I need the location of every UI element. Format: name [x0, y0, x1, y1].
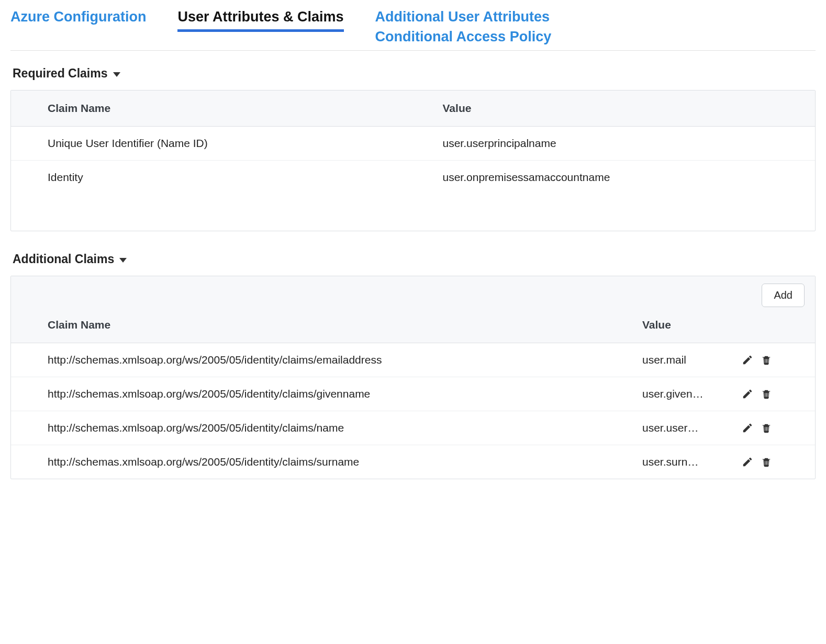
table-row: http://schemas.xmlsoap.org/ws/2005/05/id… [11, 343, 815, 377]
claim-value-cell: user.mail [642, 354, 686, 366]
additional-col-actions [742, 307, 815, 343]
edit-icon[interactable] [742, 354, 753, 366]
required-claims-table: Claim Name Value Unique User Identifier … [11, 91, 815, 231]
additional-claims-toolbar: Add [11, 276, 815, 307]
claim-value-cell: user.userprincipalname [406, 126, 815, 160]
additional-col-name: Claim Name [11, 307, 637, 343]
claim-name-cell: http://schemas.xmlsoap.org/ws/2005/05/id… [11, 377, 637, 411]
claim-name-cell: http://schemas.xmlsoap.org/ws/2005/05/id… [11, 445, 637, 479]
table-row: Unique User Identifier (Name ID) user.us… [11, 126, 815, 160]
claim-value-cell: user.user… [642, 422, 698, 434]
delete-icon[interactable] [761, 354, 772, 366]
additional-col-value: Value [637, 307, 742, 343]
required-col-name: Claim Name [11, 91, 406, 127]
caret-down-icon [119, 258, 127, 263]
table-row: http://schemas.xmlsoap.org/ws/2005/05/id… [11, 445, 815, 479]
claim-value-cell: user.onpremisessamaccountname [406, 160, 815, 194]
required-claims-heading[interactable]: Required Claims [13, 66, 813, 81]
delete-icon[interactable] [761, 388, 772, 400]
claim-name-cell: Identity [11, 160, 406, 194]
tabs-bar: Azure Configuration User Attributes & Cl… [10, 7, 816, 51]
additional-claims-table: Claim Name Value http://schemas.xmlsoap.… [11, 307, 815, 479]
required-col-value: Value [406, 91, 815, 127]
edit-icon[interactable] [742, 388, 753, 400]
table-row: http://schemas.xmlsoap.org/ws/2005/05/id… [11, 411, 815, 445]
additional-claims-panel: Add Claim Name Value http://schemas.xmls… [10, 276, 816, 479]
add-button[interactable]: Add [762, 284, 805, 307]
additional-claims-heading[interactable]: Additional Claims [13, 252, 813, 266]
claim-name-cell: http://schemas.xmlsoap.org/ws/2005/05/id… [11, 411, 637, 445]
edit-icon[interactable] [742, 422, 753, 434]
edit-icon[interactable] [742, 456, 753, 468]
delete-icon[interactable] [761, 456, 772, 468]
additional-claims-label: Additional Claims [13, 252, 114, 266]
caret-down-icon [113, 72, 120, 77]
table-row: http://schemas.xmlsoap.org/ws/2005/05/id… [11, 377, 815, 411]
required-claims-panel: Claim Name Value Unique User Identifier … [10, 90, 816, 231]
delete-icon[interactable] [761, 422, 772, 434]
claim-name-cell: Unique User Identifier (Name ID) [11, 126, 406, 160]
tab-azure-configuration[interactable]: Azure Configuration [10, 7, 146, 27]
required-claims-label: Required Claims [13, 66, 108, 81]
claim-value-cell: user.surn… [642, 456, 698, 468]
tab-user-attributes-claims[interactable]: User Attributes & Claims [177, 7, 343, 32]
claim-name-cell: http://schemas.xmlsoap.org/ws/2005/05/id… [11, 343, 637, 377]
tab-conditional-access-policy[interactable]: Conditional Access Policy [375, 27, 552, 47]
tab-additional-user-attributes[interactable]: Additional User Attributes [375, 7, 552, 27]
table-row: Identity user.onpremisessamaccountname [11, 160, 815, 194]
claim-value-cell: user.given… [642, 388, 704, 400]
